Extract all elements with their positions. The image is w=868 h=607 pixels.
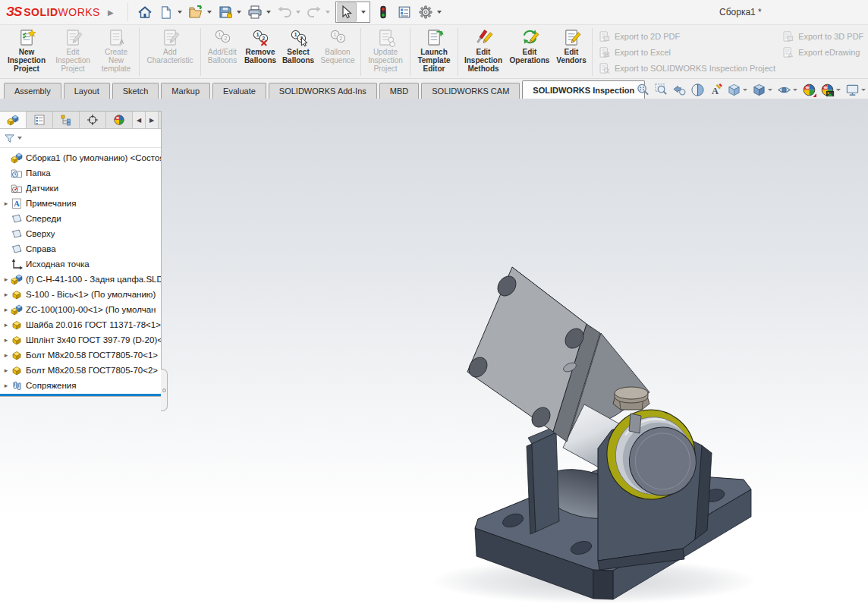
export-2d-pdf-button[interactable]: Export to 2D PDF	[598, 28, 775, 44]
panel-tabs-scroll-right[interactable]: ▶	[146, 112, 159, 128]
new-inspection-project-button[interactable]: New Inspection Project	[3, 26, 50, 78]
save-dropdown[interactable]	[237, 11, 241, 14]
remove-balloons-button[interactable]: Remove Balloons	[241, 26, 279, 78]
dynamic-annotation-views-icon[interactable]: A	[706, 82, 725, 97]
print-dropdown[interactable]	[266, 11, 271, 14]
panel-splitter-handle[interactable]	[161, 369, 168, 411]
display-style-icon[interactable]	[750, 82, 768, 97]
tab-configurationmanager[interactable]	[53, 112, 80, 128]
open-document-dropdown[interactable]	[207, 11, 212, 14]
hide-show-items-dropdown[interactable]	[793, 89, 797, 91]
launch-template-editor-button[interactable]: Launch Template Editor	[413, 26, 455, 78]
view-settings-dropdown[interactable]	[861, 89, 866, 91]
options-dropdown[interactable]	[437, 11, 442, 14]
edit-vendors-button[interactable]: Edit Vendors	[553, 26, 590, 78]
new-document-button[interactable]	[156, 2, 176, 22]
tab-assembly[interactable]: Assembly	[4, 83, 61, 99]
undo-dropdown[interactable]	[296, 11, 300, 14]
display-pane-button[interactable]	[395, 2, 414, 22]
select-cursor-button[interactable]	[337, 2, 357, 22]
tree-item-component-2[interactable]: ▸ S-100 - Вісь<1> (По умолчанию)	[0, 287, 161, 302]
tab-solidworks-inspection[interactable]: SOLIDWORKS Inspection	[522, 80, 645, 99]
previous-view-icon[interactable]	[670, 82, 688, 97]
tree-item-component-3[interactable]: ▸ ZC-100(100)-00<1> (По умолчан	[0, 302, 161, 317]
filter-dropdown[interactable]	[17, 137, 22, 140]
expand-arrow-icon[interactable]: ▸	[2, 382, 11, 389]
panel-tabs-scroll-left[interactable]: ◀	[133, 112, 146, 128]
view-orientation-icon[interactable]	[725, 82, 743, 97]
view-settings-icon[interactable]	[843, 82, 861, 97]
create-new-template-button[interactable]: A Create New template	[96, 26, 137, 78]
update-inspection-project-button[interactable]: Update Inspection Project	[363, 26, 407, 78]
edit-appearance-icon[interactable]	[800, 82, 818, 97]
graphics-viewport[interactable]: ◀ ▶ Сборка1 (По умолчанию) <Состоян Папк…	[0, 99, 868, 607]
tab-sketch[interactable]: Sketch	[112, 83, 159, 99]
tree-item-sensors[interactable]: Датчики	[0, 181, 161, 196]
save-button[interactable]	[215, 2, 235, 22]
tree-item-annotations[interactable]: ▸ Примечания	[0, 196, 161, 211]
tab-evaluate[interactable]: Evaluate	[212, 83, 266, 99]
expand-arrow-icon[interactable]: ▸	[2, 366, 11, 374]
section-view-icon[interactable]	[688, 82, 706, 97]
home-button[interactable]	[135, 2, 155, 22]
expand-arrow-icon[interactable]: ▸	[2, 306, 11, 313]
edit-operations-button[interactable]: Edit Operations	[506, 26, 553, 78]
tree-item-component-1[interactable]: ▸ (f) C-H-41-100 - Задня цапфа.SLD	[0, 272, 161, 287]
select-balloons-button[interactable]: Select Balloons	[279, 26, 317, 78]
view-orientation-dropdown[interactable]	[743, 89, 747, 91]
tab-markup[interactable]: Markup	[161, 83, 210, 99]
select-dropdown[interactable]	[361, 11, 366, 14]
open-document-button[interactable]	[186, 2, 206, 22]
tab-solidworks-add-ins[interactable]: SOLIDWORKS Add-Ins	[269, 83, 377, 99]
tab-dimxpertmanager[interactable]	[80, 112, 106, 128]
tree-item-top-plane[interactable]: Сверху	[0, 226, 161, 241]
tab-solidworks-cam[interactable]: SOLIDWORKS CAM	[421, 83, 520, 99]
options-gear-button[interactable]	[416, 2, 436, 22]
print-button[interactable]	[245, 2, 265, 22]
expand-arrow-icon[interactable]: ▸	[2, 291, 11, 298]
expand-arrow-icon[interactable]: ▸	[2, 275, 11, 283]
new-document-dropdown[interactable]	[178, 11, 182, 14]
hide-show-items-icon[interactable]	[775, 82, 793, 97]
tree-item-mates[interactable]: ▸ Сопряжения	[0, 378, 161, 393]
redo-button[interactable]	[304, 2, 324, 22]
tree-item-component-7[interactable]: ▸ Болт M8x20.58 ГОСТ7805-70<2>	[0, 363, 161, 378]
traffic-light-icon[interactable]	[373, 2, 393, 22]
tab-displaymanager[interactable]	[106, 112, 133, 128]
tab-propertymanager[interactable]	[27, 112, 53, 128]
edit-inspection-project-button[interactable]: Edit Inspection Project	[50, 26, 96, 78]
display-style-dropdown[interactable]	[768, 89, 772, 91]
apply-scene-dropdown[interactable]	[836, 89, 841, 91]
apply-scene-icon[interactable]	[818, 82, 836, 97]
tree-item-assembly-root[interactable]: Сборка1 (По умолчанию) <Состоян	[0, 150, 161, 165]
tree-item-origin[interactable]: Исходная точка	[0, 256, 161, 272]
expand-arrow-icon[interactable]: ▸	[2, 200, 11, 207]
tree-item-component-4[interactable]: ▸ Шайба 20.016 ГОСТ 11371-78<1>	[0, 317, 161, 332]
balloon-sequence-button[interactable]: Balloon Sequence	[317, 26, 358, 78]
tab-mbd[interactable]: MBD	[379, 83, 419, 99]
expand-arrow-icon[interactable]: ▸	[2, 351, 11, 359]
add-edit-balloons-button[interactable]: Add/Edit Balloons	[203, 26, 241, 78]
tab-featuremanager[interactable]	[0, 112, 27, 128]
export-solidworks-inspection-project-button[interactable]: Export to SOLIDWORKS Inspection Project	[598, 60, 775, 76]
tree-item-component-6[interactable]: ▸ Болт M8x20.58 ГОСТ7805-70<1>	[0, 348, 161, 363]
tree-filter[interactable]	[0, 129, 161, 148]
tree-item-right-plane[interactable]: Справа	[0, 241, 161, 256]
add-characteristic-button[interactable]: Add Characteristic	[142, 26, 198, 78]
tree-item-front-plane[interactable]: Спереди	[0, 211, 161, 226]
zoom-to-fit-icon[interactable]	[634, 82, 652, 97]
expand-arrow-icon[interactable]: ▸	[2, 336, 11, 344]
tree-item-history-folder[interactable]: Папка	[0, 165, 161, 181]
zoom-to-area-icon[interactable]	[652, 82, 670, 97]
export-3d-pdf-button[interactable]: Export to 3D PDF	[782, 28, 863, 44]
export-edrawing-button[interactable]: Export eDrawing	[782, 44, 863, 60]
export-excel-button[interactable]: Export to Excel	[598, 44, 775, 60]
expand-arrow-icon[interactable]: ▸	[2, 321, 11, 329]
redo-dropdown[interactable]	[326, 11, 330, 14]
ribbon-separator	[200, 28, 201, 76]
undo-button[interactable]	[275, 2, 294, 22]
brand-flyout-arrow-icon[interactable]: ▶	[108, 8, 114, 17]
tree-item-component-5[interactable]: ▸ Шплінт 3x40 ГОСТ 397-79 (D-20)<	[0, 332, 161, 348]
tab-layout[interactable]: Layout	[64, 83, 110, 99]
edit-inspection-methods-button[interactable]: Edit Inspection Methods	[461, 26, 506, 78]
